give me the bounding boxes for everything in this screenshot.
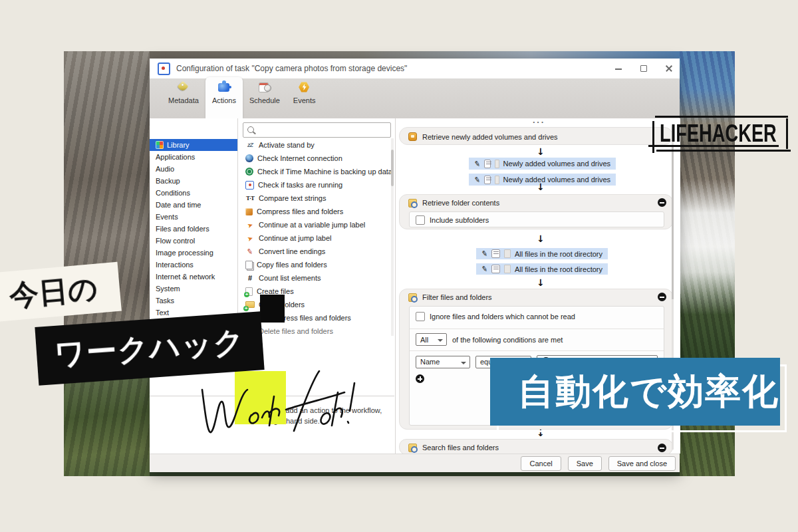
action-list-item[interactable]: Delete files and folders: [241, 325, 391, 336]
variable-chip[interactable]: ✎ Newly added volumes and drives: [469, 158, 616, 170]
action-list-item[interactable]: Count list elements: [241, 271, 391, 285]
workflow-scrollbar-thumb[interactable]: [672, 146, 674, 299]
action-icon: [245, 168, 253, 176]
pencil-icon[interactable]: ✎: [473, 159, 481, 168]
variable-chip[interactable]: ✎ All files in the root directory: [476, 263, 608, 275]
minimize-icon[interactable]: [614, 65, 622, 72]
ignore-unreadable-checkbox[interactable]: [416, 312, 425, 321]
action-search-input[interactable]: [243, 122, 391, 138]
list-icon[interactable]: [484, 160, 490, 168]
action-list-item[interactable]: Check if tasks are running: [241, 178, 391, 192]
action-icon: [245, 220, 255, 229]
sidebar-item[interactable]: Internet & network: [150, 271, 237, 283]
pencil-icon[interactable]: ✎: [473, 175, 481, 184]
list-icon[interactable]: [484, 176, 490, 184]
tab-icon: [298, 81, 311, 93]
library-icon: [156, 141, 164, 149]
action-icon: [245, 247, 255, 256]
sidebar-item[interactable]: Interactions: [150, 259, 237, 271]
collapse-icon[interactable]: [658, 198, 666, 207]
sidebar-item[interactable]: Date and time: [150, 199, 237, 211]
action-icon: [245, 181, 254, 190]
sidebar-item[interactable]: System: [150, 283, 237, 295]
app-icon: [158, 63, 170, 75]
sidebar-item-label: System: [156, 285, 180, 293]
card-label: Filter files and folders: [422, 293, 492, 301]
toolbar-tab[interactable]: Events: [287, 77, 323, 118]
variable-chip[interactable]: ✎ All files in the root directory: [476, 248, 608, 259]
action-icon: [245, 140, 255, 150]
footer-button[interactable]: Save and close: [608, 456, 676, 471]
action-icon: [245, 154, 253, 162]
action-list-scrollbar-thumb[interactable]: [391, 150, 394, 186]
action-icon: [245, 208, 253, 215]
page-icon: [504, 249, 511, 258]
more-actions-dots[interactable]: ···: [533, 118, 545, 127]
action-list-item[interactable]: Activate stand by: [241, 138, 391, 152]
action-list-item[interactable]: Copy files and folders: [241, 258, 391, 271]
action-label: Count list elements: [259, 274, 321, 282]
sidebar-item[interactable]: Conditions: [150, 187, 237, 199]
sidebar-item-label: Interactions: [156, 261, 194, 269]
tab-icon: [217, 81, 231, 93]
footer-button[interactable]: Cancel: [521, 456, 561, 471]
page-icon: [495, 160, 499, 168]
collapse-icon[interactable]: [658, 444, 666, 452]
footer-button[interactable]: Save: [568, 456, 602, 471]
sidebar-item[interactable]: Library: [150, 139, 237, 151]
close-icon[interactable]: [665, 65, 673, 72]
card-label: Retrieve newly added volumes and drives: [422, 133, 558, 141]
action-label: Activate stand by: [259, 141, 315, 149]
sidebar-item[interactable]: Backup: [150, 175, 237, 187]
match-mode-select[interactable]: All: [416, 333, 447, 346]
action-list-item[interactable]: Compare text strings: [241, 192, 391, 205]
action-list-item[interactable]: Check if Time Machine is backing up data: [241, 165, 391, 178]
toolbar-tab[interactable]: Actions: [205, 77, 243, 118]
action-list-item[interactable]: Continue at a variable jump label: [241, 218, 391, 231]
card-label: Search files and folders: [422, 444, 499, 452]
list-icon[interactable]: [491, 249, 500, 258]
sidebar-item[interactable]: Events: [150, 211, 237, 223]
sidebar-item-label: Library: [167, 141, 190, 149]
sidebar-item-label: Flow control: [156, 237, 195, 245]
tab-icon: [177, 81, 190, 93]
maximize-icon[interactable]: [640, 65, 648, 72]
workflow-card-search[interactable]: Search files and folders: [399, 439, 673, 454]
sidebar-item[interactable]: Image processing: [150, 247, 237, 259]
sidebar-item-label: Text: [156, 309, 169, 317]
action-list-item[interactable]: Check Internet connection: [241, 152, 391, 165]
photo-strip-bottom: [150, 472, 680, 476]
collapse-icon[interactable]: [658, 293, 666, 301]
sidebar-item[interactable]: Applications: [150, 151, 237, 163]
condition-field-select[interactable]: Name: [416, 356, 470, 368]
sidebar-item-label: Files and folders: [156, 225, 209, 233]
sidebar-item[interactable]: Flow control: [150, 235, 237, 247]
action-list-item[interactable]: Compress files and folders: [241, 205, 391, 218]
add-condition-icon[interactable]: [416, 374, 424, 383]
toolbar-tab[interactable]: Schedule: [243, 77, 287, 118]
action-label: Continue at a variable jump label: [259, 221, 365, 229]
pencil-icon[interactable]: ✎: [481, 249, 488, 258]
sidebar-item[interactable]: Audio: [150, 163, 237, 175]
action-icon: [245, 273, 255, 283]
pencil-icon[interactable]: ✎: [481, 264, 488, 273]
include-subfolders-checkbox[interactable]: [416, 215, 425, 225]
sidebar-item-label: Date and time: [156, 201, 201, 209]
action-list-item[interactable]: Continue at jump label: [241, 231, 391, 245]
page-icon: [504, 265, 511, 273]
tab-label: Schedule: [249, 96, 280, 104]
workflow-card-volumes[interactable]: Retrieve newly added volumes and drives: [399, 127, 673, 145]
action-icon: [245, 287, 253, 296]
list-icon[interactable]: [491, 265, 500, 273]
sidebar-item[interactable]: Files and folders: [150, 223, 237, 235]
action-label: Delete files and folders: [259, 327, 333, 335]
search-folder-icon: [408, 199, 417, 207]
sidebar-item[interactable]: Tasks: [150, 295, 237, 307]
workflow-card-folder-contents[interactable]: Retrieve folder contents Include subfold…: [399, 194, 673, 229]
checkbox-label: Include subfolders: [430, 216, 489, 224]
chip-label: All files in the root directory: [515, 250, 602, 258]
action-list-item[interactable]: Convert line endings: [241, 245, 391, 258]
sidebar-item-label: Image processing: [156, 249, 213, 257]
lifehacker-logo-text: LIFEHACKER: [660, 119, 777, 148]
toolbar-tab[interactable]: Metadata: [162, 77, 205, 118]
